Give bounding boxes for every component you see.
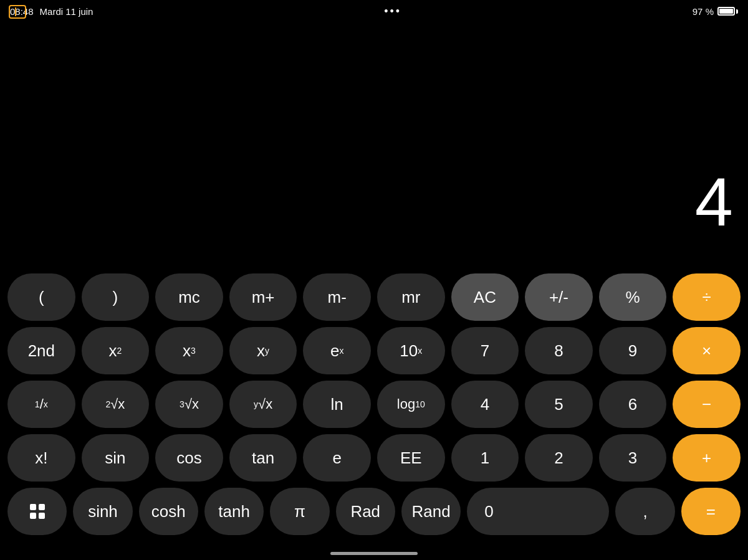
btn-mr[interactable]: mr — [377, 273, 445, 321]
btn-one[interactable]: 1 — [451, 434, 519, 482]
btn-euler[interactable]: e — [303, 434, 371, 482]
btn-tanh[interactable]: tanh — [204, 488, 264, 535]
btn-log10[interactable]: log10 — [377, 381, 445, 428]
btn-two[interactable]: 2 — [525, 434, 593, 482]
btn-10-to-x[interactable]: 10x — [377, 327, 445, 374]
btn-three[interactable]: 3 — [599, 434, 667, 482]
svg-rect-3 — [39, 513, 45, 519]
btn-close-paren[interactable]: ) — [82, 273, 150, 321]
battery-fill — [719, 9, 733, 14]
btn-eight[interactable]: 8 — [525, 327, 593, 374]
keyboard: ()mcm+m-mrAC+/-%÷2ndx2x3xyex10x789×1/x2√… — [0, 273, 748, 541]
keyboard-row-1: 2ndx2x3xyex10x789× — [7, 327, 741, 374]
btn-grid-icon[interactable] — [7, 488, 67, 535]
status-dots: ••• — [384, 5, 401, 18]
btn-nine[interactable]: 9 — [599, 327, 667, 374]
btn-subtract[interactable]: − — [673, 381, 741, 428]
btn-five[interactable]: 5 — [525, 381, 593, 428]
btn-ee[interactable]: EE — [377, 434, 445, 482]
btn-x-squared[interactable]: x2 — [82, 327, 150, 374]
btn-sinh[interactable]: sinh — [73, 488, 132, 535]
btn-six[interactable]: 6 — [599, 381, 667, 428]
keyboard-row-0: ()mcm+m-mrAC+/-%÷ — [7, 273, 741, 321]
btn-rad[interactable]: Rad — [336, 488, 395, 535]
btn-sqrt[interactable]: 2√x — [82, 381, 150, 428]
btn-cosh[interactable]: cosh — [139, 488, 198, 535]
battery-tip — [736, 9, 738, 14]
btn-e-to-x[interactable]: ex — [303, 327, 371, 374]
display-value: 4 — [695, 168, 733, 236]
home-indicator — [330, 552, 418, 555]
btn-equals[interactable]: = — [681, 488, 741, 535]
btn-ln[interactable]: ln — [303, 381, 371, 428]
btn-cbrt[interactable]: 3√x — [155, 381, 223, 428]
keyboard-row-2: 1/x2√x3√xy√xlnlog10456− — [7, 381, 741, 428]
btn-multiply[interactable]: × — [673, 327, 741, 374]
btn-tan[interactable]: tan — [229, 434, 297, 482]
status-right: 97 % — [693, 6, 738, 17]
btn-sin[interactable]: sin — [82, 434, 150, 482]
btn-x-to-y[interactable]: xy — [229, 327, 297, 374]
status-bar: 08:48 Mardi 11 juin ••• 97 % — [0, 0, 748, 22]
svg-rect-2 — [30, 513, 36, 519]
btn-zero[interactable]: 0 — [467, 488, 609, 535]
battery-icon — [717, 7, 738, 16]
svg-rect-0 — [30, 504, 36, 510]
btn-yth-root[interactable]: y√x — [229, 381, 297, 428]
btn-add[interactable]: + — [673, 434, 741, 482]
svg-rect-1 — [39, 504, 45, 510]
btn-divide[interactable]: ÷ — [673, 273, 741, 321]
btn-2nd[interactable]: 2nd — [7, 327, 75, 374]
btn-open-paren[interactable]: ( — [7, 273, 75, 321]
btn-decimal[interactable]: , — [615, 488, 674, 535]
battery-body — [717, 7, 735, 16]
btn-x-cubed[interactable]: x3 — [155, 327, 223, 374]
btn-percent[interactable]: % — [599, 273, 667, 321]
btn-rand[interactable]: Rand — [401, 488, 461, 535]
status-date: Mardi 11 juin — [40, 6, 94, 17]
btn-seven[interactable]: 7 — [451, 327, 519, 374]
keyboard-row-3: x!sincostaneEE123+ — [7, 434, 741, 482]
keyboard-row-4: sinhcoshtanhπRadRand0,= — [7, 488, 741, 535]
btn-m-plus[interactable]: m+ — [229, 273, 297, 321]
display-area: 4 — [0, 22, 748, 249]
btn-reciprocal[interactable]: 1/x — [7, 381, 75, 428]
sidebar-icon — [9, 5, 26, 19]
btn-four[interactable]: 4 — [451, 381, 519, 428]
status-center: ••• — [384, 5, 401, 18]
sidebar-toggle-button[interactable] — [9, 5, 26, 19]
btn-plus-minus[interactable]: +/- — [525, 273, 593, 321]
battery-percent: 97 % — [693, 6, 714, 17]
btn-cos[interactable]: cos — [155, 434, 223, 482]
btn-m-minus[interactable]: m- — [303, 273, 371, 321]
btn-mc[interactable]: mc — [155, 273, 223, 321]
btn-factorial[interactable]: x! — [7, 434, 75, 482]
btn-ac[interactable]: AC — [451, 273, 519, 321]
btn-pi[interactable]: π — [270, 488, 329, 535]
